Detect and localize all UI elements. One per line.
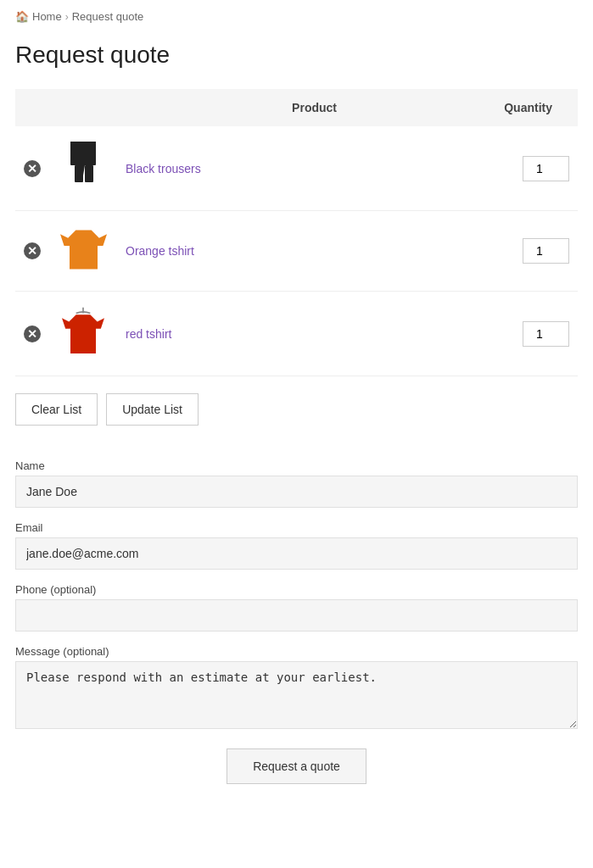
svg-marker-7 [62,314,104,353]
table-row: ✕ Orange tshirt [15,211,578,292]
phone-label: Phone (optional) [15,583,578,596]
breadcrumb-home-link[interactable]: Home [32,10,62,23]
svg-marker-5 [60,231,107,270]
message-label: Message (optional) [15,645,578,658]
action-buttons: Clear List Update List [15,393,578,426]
page-title: Request quote [15,42,578,69]
email-field-group: Email [15,521,578,570]
name-input[interactable] [15,476,578,508]
col-header-quantity: Quantity [418,89,578,126]
email-input[interactable] [15,537,578,570]
message-textarea[interactable]: Please respond with an estimate at your … [15,661,578,729]
product-link-3[interactable]: red tshirt [126,327,171,341]
quantity-input-3[interactable] [523,321,569,347]
contact-form: Name Email Phone (optional) Message (opt… [15,459,578,732]
name-field-group: Name [15,459,578,508]
product-image-cell-2 [49,211,117,292]
product-image-orange-tshirt [60,262,107,275]
submit-row: Request a quote [15,748,578,784]
remove-item-button-1[interactable]: ✕ [24,160,41,177]
quantity-input-2[interactable] [523,238,569,264]
product-link-2[interactable]: Orange tshirt [126,244,194,258]
quantity-input-1[interactable] [523,156,569,181]
breadcrumb: 🏠 Home › Request quote [0,0,593,33]
table-row: ✕ Black trousers [15,126,578,211]
col-header-remove [15,89,49,126]
svg-rect-4 [85,165,93,182]
breadcrumb-separator: › [65,11,69,23]
clear-list-button[interactable]: Clear List [15,393,98,426]
remove-icon-3: ✕ [24,326,41,342]
table-row: ✕ red tshirt [15,292,578,376]
remove-icon-1: ✕ [24,160,41,177]
phone-field-group: Phone (optional) [15,583,578,632]
product-image-cell-1 [49,126,117,211]
product-image-red-tshirt [62,347,104,360]
product-link-1[interactable]: Black trousers [126,162,201,175]
phone-input[interactable] [15,599,578,632]
update-list-button[interactable]: Update List [106,393,199,426]
home-icon: 🏠 [15,10,29,23]
email-label: Email [15,521,578,534]
remove-item-button-3[interactable]: ✕ [24,326,41,342]
request-quote-button[interactable]: Request a quote [227,748,366,784]
message-field-group: Message (optional) Please respond with a… [15,645,578,732]
svg-rect-3 [75,165,83,182]
breadcrumb-current: Request quote [72,10,144,23]
remove-item-button-2[interactable]: ✕ [24,242,41,259]
col-header-product: Product [117,89,418,126]
name-label: Name [15,459,578,472]
col-header-image [49,89,117,126]
product-image-trousers [66,181,100,195]
quote-table: Product Quantity ✕ Black trousers ✕ Oran… [15,89,578,376]
table-header-row: Product Quantity [15,89,578,126]
remove-icon-2: ✕ [24,242,41,259]
product-image-cell-3 [49,292,117,376]
